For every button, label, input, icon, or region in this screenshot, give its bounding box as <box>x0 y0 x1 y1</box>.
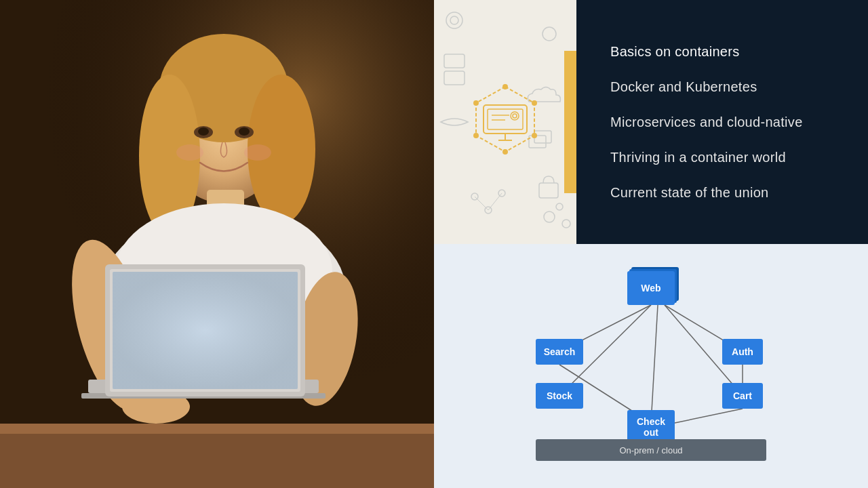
svg-line-36 <box>488 193 502 210</box>
svg-point-24 <box>176 144 203 161</box>
svg-line-64 <box>675 409 743 423</box>
photo-background <box>0 0 434 488</box>
photo-section <box>0 0 434 488</box>
stock-service-box: Stock <box>536 383 583 409</box>
svg-rect-31 <box>539 183 558 198</box>
svg-line-35 <box>475 197 488 210</box>
svg-point-25 <box>244 144 271 161</box>
menu-item-docker[interactable]: Docker and Kubernetes <box>610 69 841 104</box>
svg-marker-42 <box>476 87 534 152</box>
menu-item-microservices[interactable]: Microservices and cloud-native <box>610 104 841 140</box>
svg-point-26 <box>446 12 462 28</box>
cart-service-box: Cart <box>722 383 763 409</box>
menu-item-thriving[interactable]: Thriving in a container world <box>610 140 841 175</box>
svg-point-28 <box>542 27 556 41</box>
svg-point-55 <box>511 112 519 120</box>
main-icon <box>465 81 546 163</box>
svg-point-40 <box>556 203 563 210</box>
svg-point-46 <box>502 149 508 155</box>
svg-point-23 <box>239 127 250 136</box>
web-service-box: Web <box>627 271 675 305</box>
onprem-bar: On-prem / cloud <box>536 439 766 461</box>
menu-item-basics[interactable]: Basics on containers <box>610 34 841 69</box>
right-section: Basics on containers Docker and Kubernet… <box>434 0 868 488</box>
svg-rect-19 <box>113 272 298 389</box>
diagram-section: Web Search Auth Stock Cart Check out On-… <box>434 244 868 488</box>
svg-point-44 <box>532 100 537 106</box>
svg-rect-29 <box>444 54 465 68</box>
svg-point-56 <box>513 114 517 118</box>
svg-point-43 <box>502 84 508 89</box>
svg-line-61 <box>651 305 658 423</box>
svg-rect-13 <box>0 424 434 434</box>
svg-point-22 <box>198 127 209 136</box>
svg-point-45 <box>532 133 537 138</box>
search-service-box: Search <box>536 339 583 365</box>
menu-items-list: Basics on containers Docker and Kubernet… <box>576 0 868 244</box>
menu-section: Basics on containers Docker and Kubernet… <box>434 0 868 244</box>
svg-point-39 <box>544 211 555 222</box>
svg-point-48 <box>473 100 479 106</box>
svg-point-47 <box>473 133 479 138</box>
svg-point-41 <box>562 220 570 228</box>
menu-item-current-state[interactable]: Current state of the union <box>610 175 841 210</box>
svg-point-27 <box>450 16 458 24</box>
diagram-container: Web Search Auth Stock Cart Check out On-… <box>522 264 780 468</box>
svg-rect-12 <box>0 427 434 488</box>
yellow-accent-bar <box>564 51 576 193</box>
photo-illustration <box>0 0 434 488</box>
auth-service-box: Auth <box>722 339 763 365</box>
svg-rect-30 <box>444 71 465 85</box>
icon-panel <box>434 0 576 244</box>
